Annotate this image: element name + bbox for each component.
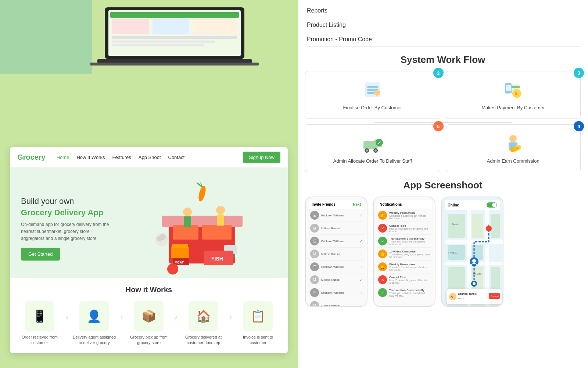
svg-rect-41 [376, 90, 379, 94]
signup-button[interactable]: Signup Now [243, 152, 280, 163]
svg-text:G: G [451, 296, 453, 299]
invite-row-7: E Erickson Williams ○ [309, 286, 364, 299]
svg-rect-67 [448, 214, 465, 238]
payment-icon: $ [502, 79, 524, 101]
step-4-label: Grocery delivered at customer doorstep [181, 335, 226, 346]
workflow-card-2: 3 $ Makes Payment By Customer [446, 71, 581, 119]
phone-notifications-screen: Notifications 🔔 Weekly Promotion Complet… [374, 197, 435, 306]
app-screenshot-title: App Screenshoot [305, 180, 581, 191]
workflow-badge-3: 3 [574, 68, 584, 78]
notif-row-4: ⭐ 15 Rides Complete You today activity i… [377, 248, 432, 261]
svg-point-80 [472, 259, 476, 263]
phone-map-screen: Online [442, 197, 503, 306]
svg-text:ABS 25: ABS 25 [458, 297, 466, 300]
notif-row-5: 🔔 Weekly Promotion Complete 5 activities… [377, 261, 432, 273]
step-5-label: Invoice is sent to customer [236, 335, 280, 346]
nav-app-shoot[interactable]: App Shoot [139, 155, 161, 160]
phone1-header: Invite Friends Next [309, 200, 364, 209]
grocery-nav: Grocery Home How It Works Features App S… [10, 147, 288, 168]
hero-text: Build your own Grocery Delivery App On-d… [21, 197, 113, 261]
svg-rect-68 [472, 214, 483, 238]
hero-description: On-demand app for grocery delivery from … [21, 221, 113, 243]
online-toggle[interactable] [487, 202, 497, 208]
phone1-action[interactable]: Next [353, 202, 361, 206]
delivery-icon: ✓ [362, 132, 384, 154]
check-3[interactable]: ✓ [359, 239, 362, 243]
map-svg: Dubai... Al Khaleej... Bur Dubai G Gabri… [445, 210, 503, 306]
svg-rect-4 [153, 19, 189, 34]
hero-illustration: FISH MEAT [113, 183, 277, 275]
workflow-label-3: Admin Allocate Order To Deliver Staff [333, 158, 412, 164]
check-5[interactable]: ○ [360, 265, 362, 269]
invite-row-3: E Erickson Williams ✓ [309, 235, 364, 248]
step-arrow-3: › [175, 312, 178, 321]
hero-title-line1: Build your own [21, 197, 113, 206]
svg-text:$: $ [517, 146, 519, 150]
step-4-icon-box: 🏠 [189, 301, 218, 331]
svg-point-76 [473, 282, 476, 285]
workflow-label-1: Finalise Order By Customer [343, 105, 402, 111]
grocery-preview-wrapper: Grocery Home How It Works Features App S… [4, 74, 293, 368]
check-7[interactable]: ○ [360, 291, 362, 295]
svg-rect-72 [448, 267, 465, 289]
notif-text-7: Transaction Successfully Thank you activ… [389, 289, 430, 297]
svg-point-18 [183, 208, 192, 216]
check-1[interactable]: ✓ [359, 213, 362, 217]
nav-product-listing[interactable]: Product Listing [305, 18, 581, 32]
nav-how-it-works[interactable]: How It Works [76, 155, 105, 160]
get-started-button[interactable]: Get Started [21, 248, 60, 261]
notif-icon-3: ✓ [378, 237, 387, 245]
step-arrow-4: › [229, 312, 232, 321]
invite-row-8: M Millesa Russel ○ [309, 299, 364, 307]
notif-text-3: Transaction Successfully Thank you activ… [389, 237, 430, 245]
svg-rect-25 [171, 247, 189, 258]
svg-text:Gabriel Francis: Gabriel Francis [458, 293, 477, 295]
svg-rect-7 [112, 40, 215, 43]
hero-title-line2: Grocery Delivery App [21, 208, 113, 217]
app-screenshots-container: Invite Friends Next E Erickson Williams … [305, 197, 581, 307]
notif-icon-4: ⭐ [378, 250, 387, 258]
step-2-icon-box: 👤 [79, 301, 109, 331]
nav-contact[interactable]: Contact [168, 155, 185, 160]
grocery-logo: Grocery [17, 153, 46, 162]
phone1-title: Invite Friends [312, 202, 336, 206]
svg-rect-26 [172, 244, 188, 248]
svg-rect-17 [202, 225, 232, 240]
check-8[interactable]: ○ [360, 304, 362, 307]
svg-rect-74 [491, 267, 500, 289]
step-1-icon-box: 📱 [25, 301, 54, 331]
check-2[interactable]: ○ [360, 226, 362, 230]
step-2: 👤 Delivery agent assigned to deliver gro… [72, 301, 117, 346]
nav-reports[interactable]: Reports [305, 4, 581, 18]
nav-features[interactable]: Features [112, 155, 131, 160]
name-4: Millesa Russel [321, 252, 358, 256]
commission-icon: $ [502, 132, 524, 154]
notif-icon-7: ✓ [378, 288, 387, 297]
svg-rect-6 [112, 36, 237, 39]
check-4[interactable]: ○ [360, 252, 362, 256]
step-arrow-2: › [120, 312, 123, 321]
svg-rect-5 [193, 19, 237, 34]
step-5-icon: 📋 [251, 309, 265, 323]
phone3-title: Online [448, 203, 459, 207]
invite-row-1: E Erickson Williams ✓ [309, 209, 364, 222]
step-4: 🏠 Grocery delivered at customer doorstep [181, 301, 226, 346]
step-1-icon: 📱 [32, 309, 47, 323]
store-svg: FISH MEAT [140, 183, 250, 275]
svg-point-20 [216, 206, 225, 215]
notif-icon-6: ✕ [378, 275, 387, 284]
notif-text-4: 15 Rides Complete You today activity is … [389, 250, 430, 258]
left-panel: Grocery Home How It Works Features App S… [0, 0, 298, 368]
svg-text:$: $ [515, 91, 517, 96]
nav-home[interactable]: Home [57, 155, 69, 160]
phone-invite-friends-screen: Invite Friends Next E Erickson Williams … [306, 197, 367, 306]
nav-promotion[interactable]: Promotion - Promo Code [305, 32, 581, 46]
svg-rect-21 [217, 215, 224, 226]
workflow-label-2: Makes Payment By Customer [481, 105, 545, 111]
check-6[interactable]: ✓ [359, 278, 362, 282]
svg-rect-3 [112, 19, 149, 34]
svg-point-34 [167, 263, 178, 275]
step-2-icon: 👤 [87, 309, 101, 323]
svg-rect-10 [90, 63, 259, 66]
workflow-badge-4: 4 [574, 121, 584, 131]
